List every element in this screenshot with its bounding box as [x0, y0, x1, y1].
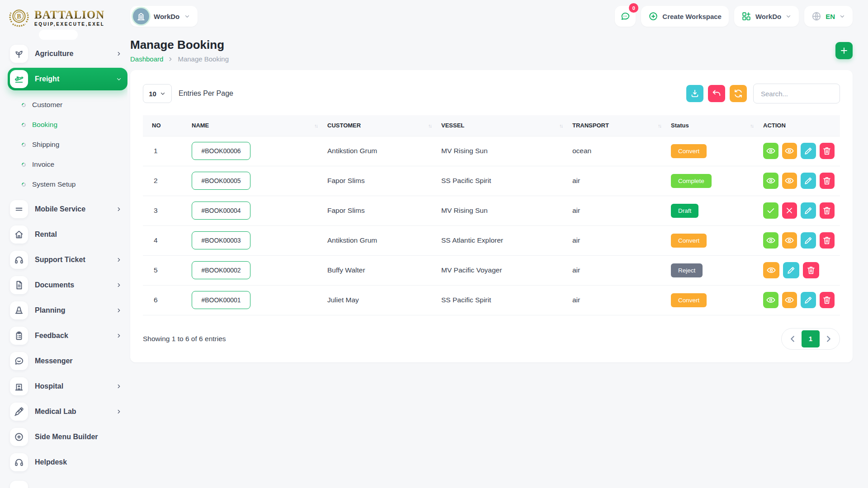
search-input[interactable] — [753, 84, 840, 103]
booking-number-pill[interactable]: #BOOK00006 — [192, 142, 250, 160]
cell-transport: air — [567, 225, 665, 255]
chevron-down-icon — [116, 76, 122, 82]
approve-button[interactable] — [763, 202, 778, 219]
cell-no: 4 — [143, 225, 186, 255]
sidebar-subitem-invoice[interactable]: Invoice — [8, 155, 127, 174]
booking-number-pill[interactable]: #BOOK00004 — [192, 202, 250, 220]
sidebar-subitem-customer[interactable]: Customer — [8, 95, 127, 115]
pagination-next-button[interactable] — [820, 330, 838, 347]
view-button[interactable] — [763, 292, 778, 308]
preview-button[interactable] — [782, 173, 797, 189]
status-badge: Draft — [671, 204, 698, 218]
page-head: Manage Booking Dashboard Manage Booking — [130, 38, 853, 63]
column-header-transport[interactable]: TRANSPORT↑↓ — [567, 115, 665, 136]
delete-button[interactable] — [820, 292, 835, 308]
page-content: Manage Booking Dashboard Manage Booking … — [127, 33, 868, 488]
sidebar-item-planning[interactable]: Planning — [8, 299, 127, 322]
preview-button[interactable] — [763, 262, 779, 278]
sidebar-item-helpdesk[interactable]: Helpdesk — [8, 451, 127, 474]
undo-button[interactable] — [708, 85, 725, 102]
cell-vessel: MV Pacific Voyager — [436, 255, 567, 285]
cell-vessel: SS Pacific Spirit — [436, 166, 567, 196]
pencil-icon — [803, 235, 813, 245]
delete-button[interactable] — [820, 232, 835, 249]
messages-button[interactable]: 0 — [615, 6, 636, 27]
sidebar-item-support-ticket[interactable]: Support Ticket — [8, 249, 127, 271]
chat-dots-icon — [620, 11, 630, 21]
pagination-prev-button[interactable] — [783, 330, 802, 347]
sort-icon: ↑↓ — [314, 123, 317, 128]
view-button[interactable] — [763, 143, 778, 159]
chevron-right-icon — [116, 383, 122, 389]
hospital-icon — [10, 377, 28, 395]
edit-button[interactable] — [801, 173, 816, 189]
preview-button[interactable] — [782, 292, 797, 308]
edit-button[interactable] — [801, 202, 816, 219]
sidebar-item-agriculture[interactable]: Agriculture — [8, 42, 127, 65]
breadcrumb-dashboard-link[interactable]: Dashboard — [130, 55, 163, 63]
sidebar-item-medical-lab[interactable]: Medical Lab — [8, 400, 127, 423]
main-area: WorkDo 0 Create Workspace WorkDo — [127, 0, 868, 488]
preview-button[interactable] — [782, 232, 797, 249]
sort-icon: ↑↓ — [750, 123, 753, 128]
column-header-customer[interactable]: CUSTOMER↑↓ — [322, 115, 436, 136]
sidebar-item-messenger[interactable]: Messenger — [8, 350, 127, 372]
breadcrumb: Dashboard Manage Booking — [130, 55, 229, 63]
undo-icon — [712, 89, 722, 99]
cell-transport: air — [567, 166, 665, 196]
reject-button[interactable] — [782, 202, 797, 219]
booking-number-pill[interactable]: #BOOK00001 — [192, 291, 250, 309]
close-icon — [784, 206, 794, 216]
table-head-row: NONAME↑↓CUSTOMER↑↓VESSEL↑↓TRANSPORT↑↓Sta… — [143, 115, 840, 136]
cell-vessel: MV Rising Sun — [436, 196, 567, 225]
view-button[interactable] — [763, 232, 778, 249]
sidebar-subitem-booking[interactable]: Booking — [8, 115, 127, 135]
sidebar-item-mobile-service[interactable]: Mobile Service — [8, 198, 127, 221]
bullet-icon — [21, 142, 27, 148]
sidebar-item-freight[interactable]: Freight — [8, 68, 127, 90]
view-button[interactable] — [763, 173, 778, 189]
edit-button[interactable] — [783, 262, 799, 278]
workspace-selector[interactable]: WorkDo — [130, 6, 198, 27]
sidebar-item-rental[interactable]: Rental — [8, 223, 127, 246]
column-header-status[interactable]: Status↑↓ — [665, 115, 758, 136]
cell-no: 3 — [143, 196, 186, 225]
showing-entries-text: Showing 1 to 6 of 6 entries — [143, 335, 226, 343]
delete-button[interactable] — [820, 143, 835, 159]
export-button[interactable] — [686, 85, 703, 102]
booking-number-pill[interactable]: #BOOK00003 — [192, 231, 250, 249]
pagination-page-1-button[interactable]: 1 — [802, 330, 820, 347]
table-row: 5#BOOK00002Buffy WalterMV Pacific Voyage… — [143, 255, 840, 285]
delete-button[interactable] — [803, 262, 819, 278]
eye-icon — [766, 295, 776, 305]
sidebar-item-side-menu-builder[interactable]: Side Menu Builder — [8, 426, 127, 448]
sidebar-menu: AgricultureFreightCustomerBookingShippin… — [0, 35, 127, 474]
booking-number-pill[interactable]: #BOOK00002 — [192, 261, 250, 279]
create-workspace-button[interactable]: Create Workspace — [641, 6, 729, 27]
sidebar-item-documents[interactable]: Documents — [8, 274, 127, 296]
edit-button[interactable] — [801, 232, 816, 249]
column-header-name[interactable]: NAME↑↓ — [186, 115, 322, 136]
edit-button[interactable] — [801, 143, 816, 159]
cell-customer: Fapor Slims — [322, 196, 436, 225]
language-selector[interactable]: EN — [804, 6, 853, 27]
column-header-vessel[interactable]: VESSEL↑↓ — [436, 115, 567, 136]
edit-button[interactable] — [801, 292, 816, 308]
seedling-icon — [10, 45, 28, 63]
refresh-button[interactable] — [730, 85, 747, 102]
page-title: Manage Booking — [130, 38, 229, 52]
preview-button[interactable] — [782, 143, 797, 159]
table-toolbar — [686, 85, 747, 102]
status-badge: Convert — [671, 144, 707, 158]
entries-per-page-select[interactable]: 10 — [143, 84, 172, 103]
workdo-menu-button[interactable]: WorkDo — [734, 6, 799, 27]
sidebar-subitem-system-setup[interactable]: System Setup — [8, 174, 127, 194]
add-booking-button[interactable] — [835, 42, 853, 59]
delete-button[interactable] — [820, 202, 835, 219]
sidebar-item-hospital[interactable]: Hospital — [8, 375, 127, 398]
delete-button[interactable] — [820, 173, 835, 189]
sidebar-subitem-shipping[interactable]: Shipping — [8, 135, 127, 155]
sidebar-item-feedback[interactable]: Feedback — [8, 324, 127, 347]
bullet-icon — [21, 122, 27, 128]
booking-number-pill[interactable]: #BOOK00005 — [192, 172, 250, 190]
